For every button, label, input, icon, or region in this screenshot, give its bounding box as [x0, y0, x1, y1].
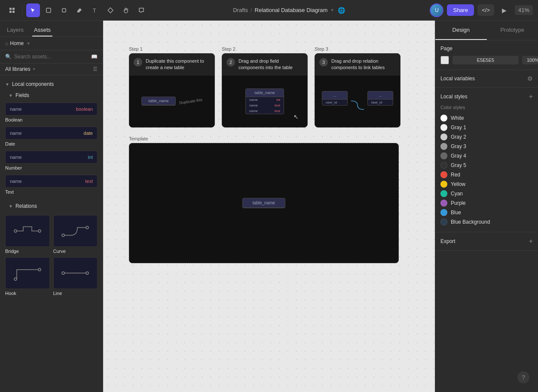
- date-component-preview[interactable]: name date: [5, 127, 98, 140]
- color-style-purple[interactable]: Purple: [440, 198, 533, 208]
- fields-section-header[interactable]: ▼ Fields: [0, 90, 103, 101]
- color-style-gray2[interactable]: Gray 2: [440, 132, 533, 142]
- tab-design[interactable]: Design: [435, 21, 487, 40]
- breadcrumb-drafts[interactable]: Drafts: [233, 7, 248, 13]
- color-style-white[interactable]: White: [440, 113, 533, 123]
- book-icon[interactable]: 📖: [91, 54, 98, 60]
- list-item: name date Date: [0, 125, 103, 149]
- mini-table-3a: ... user_id: [322, 91, 348, 106]
- play-icon[interactable]: ▶: [498, 3, 511, 17]
- step-2-card[interactable]: 2 Drag and drop field components into th…: [222, 53, 308, 128]
- all-libraries-label[interactable]: All libraries ▼: [5, 66, 36, 72]
- add-export-button[interactable]: +: [529, 237, 533, 245]
- list-item: Hook: [5, 257, 50, 296]
- hook-preview[interactable]: [5, 257, 50, 289]
- svg-point-12: [38, 268, 41, 271]
- red-color-name: Red: [451, 172, 460, 178]
- page-color-input[interactable]: E5E5E5: [452, 56, 519, 64]
- color-style-gray3[interactable]: Gray 3: [440, 142, 533, 151]
- relations-section-header[interactable]: ▼ Relations: [0, 201, 103, 212]
- home-page-label[interactable]: Home: [10, 40, 24, 46]
- component-tool-icon[interactable]: [104, 3, 117, 17]
- color-styles-subtitle: Color styles: [440, 105, 533, 110]
- gray1-color-name: Gray 1: [451, 125, 466, 131]
- text-tool-icon[interactable]: T: [88, 3, 102, 17]
- list-icon[interactable]: ☰: [93, 66, 98, 72]
- mini-table-2: table_name name int name text: [245, 88, 284, 114]
- color-style-gray5[interactable]: Gray 5: [440, 161, 533, 170]
- list-item: name text Text: [0, 173, 103, 197]
- tab-assets[interactable]: Assets: [32, 24, 52, 36]
- step-3-group: Step 3 3 Drag and drop relation componen…: [315, 46, 400, 128]
- local-components-header[interactable]: ▼ Local components: [0, 79, 103, 90]
- template-card[interactable]: table_name: [129, 143, 399, 263]
- bridge-preview[interactable]: [5, 215, 50, 247]
- left-tabs: Layers Assets: [0, 21, 103, 37]
- hand-tool-icon[interactable]: [119, 3, 133, 17]
- list-item: name int Number: [0, 149, 103, 173]
- step-2-label: Step 2: [222, 46, 308, 52]
- tab-layers[interactable]: Layers: [5, 24, 25, 36]
- canvas[interactable]: Step 1 1 Duplicate this component to cre…: [103, 21, 435, 392]
- color-style-blue-background[interactable]: Blue Background: [440, 217, 533, 227]
- color-style-cyan[interactable]: Cyan: [440, 189, 533, 198]
- libraries-row: All libraries ▼ ☰: [0, 64, 103, 75]
- page-color-swatch[interactable]: [440, 56, 449, 64]
- toolbar-left: T: [5, 3, 148, 17]
- curve-preview[interactable]: [53, 215, 98, 247]
- yellow-color-dot: [440, 181, 447, 188]
- color-style-gray1[interactable]: Gray 1: [440, 123, 533, 132]
- chevron-down-icon[interactable]: ▼: [26, 41, 31, 46]
- code-button[interactable]: </>: [477, 4, 494, 16]
- add-style-button[interactable]: +: [529, 93, 533, 100]
- boolean-component-preview[interactable]: name boolean: [5, 103, 98, 115]
- globe-icon[interactable]: 🌐: [338, 7, 345, 14]
- tab-prototype[interactable]: Prototype: [487, 21, 538, 40]
- mini-table: table_name: [141, 97, 176, 106]
- help-button[interactable]: ?: [517, 371, 529, 383]
- page-opacity-input[interactable]: 100%: [522, 56, 538, 64]
- variables-icon[interactable]: ⚙: [527, 75, 533, 82]
- cp-name: name: [10, 131, 22, 136]
- line-preview[interactable]: [53, 257, 98, 289]
- main-area: Layers Assets ⌂ Home ▼ 🔍 📖 All libraries…: [0, 21, 538, 392]
- table-name-header: table_name: [243, 198, 285, 208]
- color-style-red[interactable]: Red: [440, 170, 533, 179]
- menu-icon[interactable]: [5, 3, 19, 17]
- relation-label: Curve: [53, 249, 66, 254]
- local-styles-title: Local styles: [440, 94, 468, 100]
- step-3-card[interactable]: 3 Drag and drop relation components to l…: [315, 53, 400, 128]
- avatar[interactable]: U: [430, 3, 443, 17]
- yellow-color-name: Yellow: [451, 181, 465, 187]
- gray5-color-dot: [440, 162, 447, 169]
- text-component-preview[interactable]: name text: [5, 175, 98, 188]
- move-tool-icon[interactable]: [26, 3, 40, 17]
- svg-rect-0: [9, 8, 12, 10]
- gray3-color-name: Gray 3: [451, 143, 466, 149]
- blue-bg-color-name: Blue Background: [451, 219, 490, 225]
- shape-tool-icon[interactable]: [57, 3, 71, 17]
- table-name-header: table_name: [142, 97, 175, 105]
- number-component-preview[interactable]: name int: [5, 151, 98, 164]
- svg-point-13: [62, 272, 64, 274]
- chevron-down-icon[interactable]: ▼: [330, 8, 334, 12]
- zoom-level[interactable]: 41%: [515, 5, 533, 15]
- share-button[interactable]: Share: [447, 4, 474, 16]
- pen-tool-icon[interactable]: [73, 3, 86, 17]
- color-style-gray4[interactable]: Gray 4: [440, 151, 533, 161]
- breadcrumb-separator: /: [251, 7, 252, 13]
- step-1-group: Step 1 1 Duplicate this component to cre…: [129, 46, 215, 128]
- svg-rect-2: [9, 11, 12, 13]
- home-page-icon: ⌂: [5, 40, 8, 46]
- cp-name: name: [10, 155, 22, 160]
- frame-tool-icon[interactable]: [42, 3, 55, 17]
- search-input[interactable]: [14, 54, 89, 60]
- page-color-row: E5E5E5 100% 👁: [440, 56, 533, 64]
- svg-point-11: [14, 278, 17, 280]
- comment-tool-icon[interactable]: [134, 3, 148, 17]
- breadcrumb-current[interactable]: Relational Database Diagram: [255, 7, 328, 13]
- canvas-content: Step 1 1 Duplicate this component to cre…: [129, 46, 400, 263]
- step-1-card[interactable]: 1 Duplicate this component to create a n…: [129, 53, 215, 128]
- color-style-blue[interactable]: Blue: [440, 208, 533, 217]
- color-style-yellow[interactable]: Yellow: [440, 179, 533, 189]
